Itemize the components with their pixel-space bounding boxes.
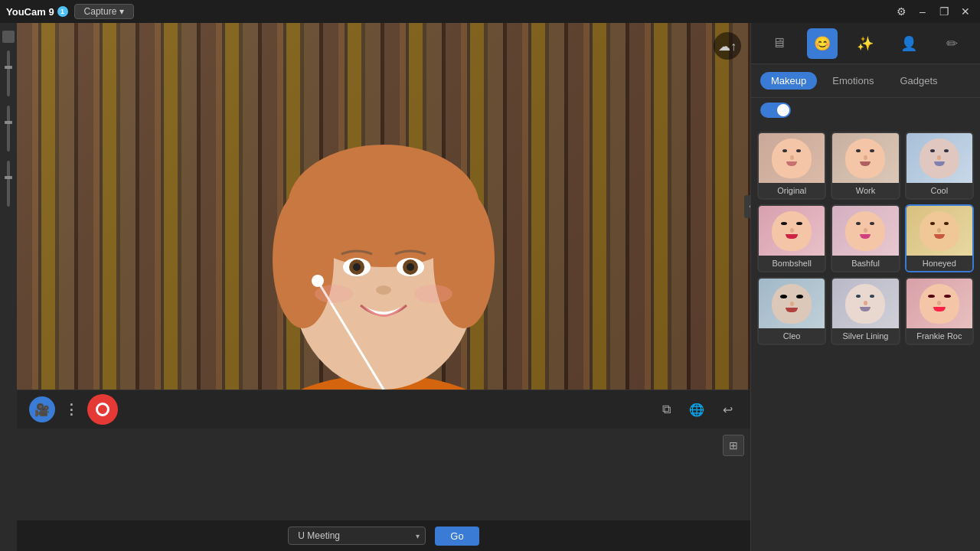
main-layout: ☁↑ ‹ 🎥 ⋮ ⧉ 🌐 ↩ — [0, 23, 980, 551]
capture-button[interactable]: Capture ▾ — [74, 4, 135, 19]
left-slider-1[interactable] — [7, 51, 10, 96]
effects-icon: ✨ — [857, 35, 874, 52]
makeup-label-bombshell: Bombshell — [759, 256, 825, 271]
avatar-icon: 👤 — [900, 35, 917, 52]
bottom-bar: U Meeting Zoom Teams Skype ▾ Go — [17, 520, 750, 551]
svg-point-15 — [315, 285, 353, 303]
video-controls: 🎥 ⋮ ⧉ 🌐 ↩ — [17, 390, 750, 429]
capture-dropdown-icon: ▾ — [119, 6, 124, 17]
titlebar: YouCam 9 1 Capture ▾ ⚙ – ❐ ✕ — [0, 0, 980, 23]
record-button[interactable] — [87, 394, 118, 425]
svg-point-11 — [407, 263, 414, 271]
makeup-label-original: Original — [759, 183, 825, 198]
tab-avatar[interactable]: 👤 — [893, 28, 924, 59]
makeup-item-original[interactable]: Original — [757, 132, 826, 200]
more-icon: ⋮ — [64, 402, 78, 417]
makeup-label-silver-lining: Silver Lining — [832, 328, 898, 344]
video-feed: ☁↑ ‹ — [17, 23, 750, 390]
app-name-text: YouCam 9 — [6, 6, 54, 18]
app-title: YouCam 9 1 — [6, 6, 68, 18]
slider-handle-1[interactable] — [5, 66, 12, 69]
makeup-thumb-honeyed — [906, 206, 972, 256]
makeup-label-cleo: Cleo — [759, 328, 825, 344]
makeup-item-silver-lining[interactable]: Silver Lining — [831, 277, 900, 345]
makeup-item-cool[interactable]: Cool — [905, 132, 974, 200]
record-icon — [96, 403, 109, 416]
makeup-thumb-cleo — [759, 279, 825, 328]
camera-toggle-button[interactable]: 🎥 — [29, 396, 55, 422]
capture-label: Capture — [84, 6, 117, 17]
svg-point-8 — [353, 263, 361, 271]
layers-button[interactable]: ⧉ — [655, 399, 677, 420]
undo-icon: ↩ — [723, 403, 733, 417]
close-button[interactable]: ✕ — [957, 3, 974, 20]
svg-point-14 — [312, 275, 324, 287]
makeup-label-work: Work — [832, 183, 898, 198]
tab-face[interactable]: 😊 — [807, 28, 838, 59]
more-options-button[interactable]: ⋮ — [64, 401, 78, 418]
makeup-label-frankie-roc: Frankie Roc — [906, 328, 972, 344]
go-button[interactable]: Go — [435, 527, 479, 546]
svg-point-5 — [433, 191, 495, 328]
makeup-label-cool: Cool — [906, 183, 972, 198]
left-tool-1[interactable] — [2, 31, 15, 43]
makeup-thumb-frankie — [906, 279, 972, 328]
globe-icon: 🌐 — [689, 403, 704, 417]
icon-tabs: 🖥 😊 ✨ 👤 ✏ — [751, 23, 980, 64]
left-toolbar — [0, 23, 17, 551]
makeup-item-work[interactable]: Work — [831, 132, 900, 200]
face-icon: 😊 — [814, 35, 831, 52]
tab-monitor[interactable]: 🖥 — [763, 28, 794, 59]
makeup-thumb-cool — [906, 133, 972, 183]
upload-icon[interactable]: ☁↑ — [714, 32, 741, 60]
tab-pen[interactable]: ✏ — [937, 28, 968, 59]
monitor-icon: 🖥 — [772, 35, 786, 51]
toggle-knob — [777, 104, 789, 116]
right-panel: 🖥 😊 ✨ 👤 ✏ Makeup Emotions G — [750, 23, 980, 551]
grid-button[interactable]: ⊞ — [723, 435, 744, 456]
makeup-item-honeyed[interactable]: Honeyed — [905, 204, 974, 272]
video-container: ☁↑ ‹ — [17, 23, 750, 390]
makeup-thumb-bashful — [832, 206, 898, 256]
svg-point-4 — [273, 191, 334, 328]
makeup-toggle[interactable] — [760, 103, 791, 118]
panel-collapse-button[interactable]: ‹ — [744, 195, 750, 218]
restore-button[interactable]: ❐ — [936, 3, 952, 20]
sub-tab-gadgets[interactable]: Gadgets — [889, 72, 948, 90]
pen-icon: ✏ — [946, 35, 958, 52]
timeline-area: ⊞ — [17, 429, 750, 520]
sub-tabs: Makeup Emotions Gadgets — [751, 64, 980, 98]
makeup-thumb-original — [759, 133, 825, 183]
meeting-select[interactable]: U Meeting Zoom Teams Skype — [288, 527, 426, 545]
sub-tab-makeup[interactable]: Makeup — [760, 72, 817, 90]
go-label: Go — [450, 530, 463, 542]
left-slider-2[interactable] — [7, 106, 10, 152]
meeting-select-wrapper: U Meeting Zoom Teams Skype ▾ — [288, 527, 426, 545]
makeup-item-cleo[interactable]: Cleo — [757, 277, 826, 345]
video-area: ☁↑ ‹ 🎥 ⋮ ⧉ 🌐 ↩ — [17, 23, 750, 551]
globe-button[interactable]: 🌐 — [686, 399, 707, 420]
person-overlay — [96, 53, 671, 390]
makeup-grid: Original Work — [751, 126, 980, 551]
slider-handle-3[interactable] — [5, 176, 12, 179]
slider-handle-2[interactable] — [5, 121, 12, 124]
makeup-item-bombshell[interactable]: Bombshell — [757, 204, 826, 272]
layers-icon: ⧉ — [662, 403, 671, 416]
sub-tab-emotions[interactable]: Emotions — [822, 72, 884, 90]
makeup-label-bashful: Bashful — [832, 256, 898, 271]
camera-icon: 🎥 — [34, 403, 50, 417]
minimize-button[interactable]: – — [914, 3, 931, 20]
grid-icon: ⊞ — [729, 439, 738, 452]
makeup-thumb-work — [832, 133, 898, 183]
makeup-item-bashful[interactable]: Bashful — [831, 204, 900, 272]
tab-effects[interactable]: ✨ — [850, 28, 880, 59]
svg-point-16 — [414, 285, 452, 303]
undo-button[interactable]: ↩ — [717, 399, 738, 420]
settings-button[interactable]: ⚙ — [893, 3, 910, 20]
left-slider-3[interactable] — [7, 161, 10, 207]
makeup-thumb-silver — [832, 279, 898, 328]
makeup-thumb-bombshell — [759, 206, 825, 256]
notification-badge: 1 — [57, 6, 68, 17]
makeup-item-frankie-roc[interactable]: Frankie Roc — [905, 277, 974, 345]
svg-point-12 — [376, 285, 391, 295]
